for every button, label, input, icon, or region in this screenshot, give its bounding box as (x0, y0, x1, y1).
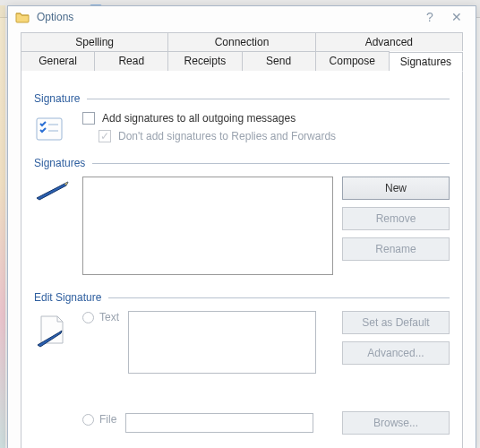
close-button[interactable]: ✕ (443, 6, 470, 28)
radio-label: Text (99, 311, 119, 323)
remove-button[interactable]: Remove (342, 207, 450, 230)
window-title: Options (37, 11, 73, 23)
pen-icon (34, 180, 72, 202)
section-title: Signature (34, 92, 80, 105)
advanced-button[interactable]: Advanced... (342, 341, 450, 365)
background-decoration (0, 5, 5, 448)
svg-rect-1 (37, 118, 62, 140)
help-button[interactable]: ? (416, 6, 443, 28)
options-dialog: Options ? ✕ Spelling Connection Advanced… (7, 5, 476, 448)
section-title: Edit Signature (34, 291, 101, 304)
checkbox-label: Add signatures to all outgoing messages (102, 112, 296, 125)
signature-file-input[interactable] (125, 413, 313, 433)
checkbox-label: Don't add signatures to Replies and Forw… (118, 130, 336, 142)
tab-compose[interactable]: Compose (316, 51, 390, 71)
folder-icon (15, 10, 30, 24)
radio-icon (82, 414, 94, 426)
browse-button[interactable]: Browse... (342, 411, 450, 435)
checkbox-dont-add-replies[interactable]: ✓ Don't add signatures to Replies and Fo… (99, 130, 450, 142)
checkbox-icon: ✓ (99, 130, 111, 142)
radio-icon (82, 312, 94, 323)
rename-button[interactable]: Rename (342, 237, 450, 261)
section-edit-header: Edit Signature (34, 291, 450, 304)
tab-spelling[interactable]: Spelling (21, 32, 168, 51)
radio-text[interactable]: Text (82, 311, 119, 323)
checkbox-add-signatures[interactable]: Add signatures to all outgoing messages (82, 112, 450, 125)
signature-text-area[interactable] (128, 311, 316, 374)
checkbox-icon (82, 112, 95, 125)
titlebar: Options ? ✕ (8, 6, 476, 28)
tab-receipts[interactable]: Receipts (168, 51, 242, 71)
signatures-listbox[interactable] (82, 177, 333, 275)
tab-general[interactable]: General (21, 51, 95, 71)
checklist-icon (34, 116, 64, 142)
tab-signatures[interactable]: Signatures (390, 52, 463, 72)
tab-send[interactable]: Send (243, 51, 316, 71)
section-signature-header: Signature (34, 92, 450, 105)
section-signatures-header: Signatures (34, 157, 450, 169)
tab-connection[interactable]: Connection (168, 32, 315, 51)
section-title: Signatures (34, 157, 85, 169)
new-button[interactable]: New (342, 177, 450, 200)
tab-advanced[interactable]: Advanced (316, 32, 463, 51)
radio-label: File (99, 413, 116, 426)
tab-read[interactable]: Read (95, 51, 168, 71)
set-default-button[interactable]: Set as Default (342, 311, 450, 334)
signatures-panel: Signature (21, 70, 463, 448)
radio-file[interactable]: File (82, 413, 116, 426)
tab-strip: Spelling Connection Advanced General Rea… (21, 31, 463, 70)
document-pen-icon (34, 314, 73, 350)
